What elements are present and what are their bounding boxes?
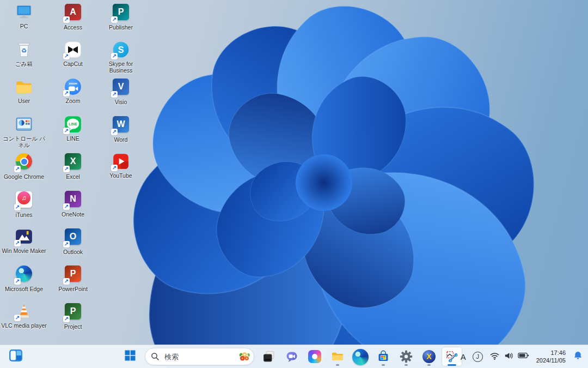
desktop-icon-zoom[interactable]: zoom↗Zoom <box>50 77 96 104</box>
teams-chat-icon <box>285 350 298 363</box>
ime-mode-button[interactable]: A <box>458 347 469 366</box>
tray-app-j-button[interactable]: J <box>470 347 486 366</box>
onenote-icon: N↗ <box>64 191 82 209</box>
shortcut-arrow-icon: ↗ <box>111 129 118 135</box>
settings-icon <box>400 350 413 363</box>
pc-icon <box>15 3 33 21</box>
skype-icon: S↗ <box>112 40 130 59</box>
desktop-icon-line[interactable]: LINE↗LINE <box>50 115 96 142</box>
taskbar-app-settings[interactable] <box>396 347 416 366</box>
j-badge-icon: J <box>473 352 483 362</box>
ime-mode-label: A <box>461 352 466 361</box>
network-volume-battery-button[interactable] <box>487 347 532 366</box>
desktop-icon-label: Word <box>97 136 144 143</box>
desktop-icon-onenote[interactable]: N↗OneNote <box>50 190 96 218</box>
desktop-icon-publisher[interactable]: P↗Publisher <box>97 3 144 31</box>
capcut-icon: ↗ <box>64 40 82 59</box>
widgets-button[interactable] <box>5 347 26 366</box>
desktop-icon-project[interactable]: P↗Project <box>50 302 96 330</box>
control-panel-icon <box>15 115 33 134</box>
taskbar-app-microsoft-store[interactable] <box>373 347 394 366</box>
desktop-icon-outlook[interactable]: O↗Outlook <box>50 227 96 255</box>
wifi-icon <box>489 351 500 363</box>
recycle-bin-icon: ♻ <box>15 40 33 59</box>
shortcut-arrow-icon: ↗ <box>63 203 70 210</box>
taskbar-app-microsoft-edge[interactable] <box>350 347 371 366</box>
desktop-icon-control-panel[interactable]: コントロール パネル <box>1 115 47 148</box>
running-indicator <box>427 364 431 366</box>
desktop-icon-label: Visio <box>97 99 144 105</box>
shortcut-arrow-icon: ↗ <box>14 278 21 285</box>
desktop-icon-excel[interactable]: X↗Excel <box>50 152 96 180</box>
shortcut-arrow-icon: ↗ <box>63 128 70 134</box>
shortcut-arrow-icon: ↗ <box>14 315 21 321</box>
chevron-up-icon <box>445 351 454 362</box>
seasonal-flowers-icon[interactable] <box>238 350 251 363</box>
taskbar-app-file-explorer[interactable] <box>327 347 348 366</box>
search-icon <box>151 352 160 361</box>
desktop-icon-itunes[interactable]: ♫↗iTunes <box>1 190 47 218</box>
desktop-icon-label: CapCut <box>50 61 96 67</box>
start-button[interactable] <box>120 347 140 366</box>
shortcut-arrow-icon: ↗ <box>14 204 21 210</box>
access-icon: A↗ <box>64 4 82 22</box>
desktop-icon-label: Excel <box>50 173 96 180</box>
taskbar-app-task-view[interactable] <box>259 347 279 366</box>
shortcut-arrow-icon: ↗ <box>111 91 118 98</box>
desktop-icon-recycle-bin[interactable]: ♻ごみ箱 <box>1 40 47 67</box>
taskbar-app-x-app[interactable]: X <box>419 347 439 366</box>
desktop-icon-label: PowerPoint <box>50 286 96 292</box>
desktop: PC♻ごみ箱Userコントロール パネル↗Google Chrome♫↗iTun… <box>0 0 588 368</box>
desktop-icon-label: OneNote <box>50 211 96 218</box>
microsoft-edge-icon <box>352 348 369 365</box>
desktop-icon-label: Outlook <box>50 249 96 255</box>
folder-icon <box>15 77 33 96</box>
vlc-icon: ↗ <box>15 302 33 321</box>
search-input[interactable] <box>163 352 238 361</box>
desktop-icon-access[interactable]: A↗Access <box>50 3 96 31</box>
shortcut-arrow-icon: ↗ <box>63 166 70 172</box>
taskbar: X A J <box>0 345 588 368</box>
desktop-icon-movie-maker[interactable]: ↗Win Movie Maker <box>1 227 47 254</box>
clock-time: 17:46 <box>536 349 566 357</box>
desktop-icon-label: YouTube <box>97 172 144 179</box>
desktop-icon-skype[interactable]: S↗Skype for Business <box>97 40 144 74</box>
desktop-icon-powerpoint[interactable]: P↗PowerPoint <box>50 264 96 292</box>
desktop-icon-visio[interactable]: V↗Visio <box>97 77 144 105</box>
chrome-icon: ↗ <box>15 153 33 172</box>
windows-logo-icon <box>124 349 137 364</box>
movie-maker-icon: ↗ <box>15 227 33 246</box>
search-box[interactable] <box>145 348 254 365</box>
shortcut-arrow-icon: ↗ <box>111 53 118 59</box>
split-panels-icon <box>9 348 23 365</box>
svg-text:S: S <box>118 45 124 54</box>
desktop-icon-capcut[interactable]: ↗CapCut <box>50 40 96 67</box>
shortcut-arrow-icon: ↗ <box>63 278 70 285</box>
file-explorer-icon <box>331 350 344 363</box>
desktop-icon-word[interactable]: W↗Word <box>97 115 144 143</box>
svg-text:♻: ♻ <box>21 46 27 53</box>
shortcut-arrow-icon: ↗ <box>63 16 70 23</box>
tray-chevron-button[interactable] <box>443 347 457 366</box>
desktop-icon-folder[interactable]: User <box>1 77 47 104</box>
desktop-icon-label: Google Chrome <box>1 173 47 180</box>
desktop-icon-label: ごみ箱 <box>1 61 47 67</box>
desktop-icon-youtube[interactable]: ↗YouTube <box>97 152 144 179</box>
desktop-icon-chrome[interactable]: ↗Google Chrome <box>1 152 47 180</box>
clock-button[interactable]: 17:46 2024/11/05 <box>533 347 569 366</box>
desktop-icon-pc[interactable]: PC <box>1 3 47 29</box>
desktop-icon-vlc[interactable]: ↗VLC media player <box>1 302 47 329</box>
taskbar-app-copilot[interactable] <box>304 347 325 366</box>
shortcut-arrow-icon: ↗ <box>63 316 70 322</box>
svg-text:LINE: LINE <box>69 122 77 125</box>
edge-icon: ↗ <box>15 266 33 284</box>
desktop-icon-label: VLC media player <box>1 322 47 329</box>
notification-bell-button[interactable] <box>570 347 586 366</box>
project-icon: P↗ <box>64 303 82 322</box>
desktop-icon-edge[interactable]: ↗Microsoft Edge <box>1 264 47 292</box>
taskbar-app-teams-chat[interactable] <box>281 347 302 366</box>
powerpoint-icon: P↗ <box>64 266 82 284</box>
shortcut-arrow-icon: ↗ <box>111 165 118 171</box>
word-icon: W↗ <box>112 116 130 135</box>
svg-text:zoom: zoom <box>69 82 77 85</box>
